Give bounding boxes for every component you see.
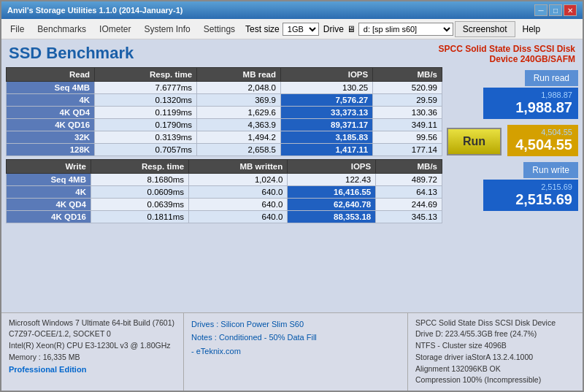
close-button[interactable]: ✕ <box>564 4 577 16</box>
bottom-left-line: Microsoft Windows 7 Ultimate 64-bit Buil… <box>9 318 176 329</box>
write-row-label: 4K <box>7 186 91 199</box>
write-score-box: 2,515.69 2,515.69 <box>483 180 578 211</box>
bottom-center: Drives : Silicon Power Slim S60 Notes : … <box>184 313 407 391</box>
read-mb: 2,048.0 <box>197 82 281 94</box>
menu-file[interactable]: File <box>4 22 30 36</box>
read-mbs: 99.56 <box>373 131 442 144</box>
read-mb: 369.9 <box>197 94 281 107</box>
write-resp-time: 8.1680ms <box>91 174 189 186</box>
read-mbs: 520.99 <box>373 82 442 94</box>
total-score-box: 4,504.55 4,504.55 <box>507 125 578 156</box>
bottom-left-line: Memory : 16,335 MB <box>9 352 176 364</box>
menu-settings[interactable]: Settings <box>198 22 241 36</box>
read-resp-time: 0.1320ms <box>95 94 197 107</box>
read-mb: 4,363.9 <box>197 119 281 131</box>
read-table-row: 32K 0.3139ms 1,494.2 3,185.83 99.56 <box>7 131 442 144</box>
write-row-label: 4K QD16 <box>7 211 91 223</box>
write-iops: 16,416.55 <box>288 186 376 199</box>
main-window: Anvil's Storage Utilities 1.1.0 (2014-Ja… <box>0 0 584 392</box>
read-resp-time: 0.3139ms <box>95 131 197 144</box>
window-controls: ─ □ ✕ <box>534 4 577 16</box>
menu-benchmarks[interactable]: Benchmarks <box>31 22 92 36</box>
write-score-large: 2,515.69 <box>489 191 572 208</box>
device-line1: SPCC Solid State Diss SCSI Disk <box>439 44 575 54</box>
bottom-right-line: Alignment 132096KB OK <box>415 364 575 375</box>
maximize-button[interactable]: □ <box>549 4 562 16</box>
write-mb: 1,024.0 <box>189 174 288 186</box>
read-mbs: 130.36 <box>373 107 442 119</box>
bottom-left-line: C7Z97-OCEE/1.2, SOCKET 0 <box>9 328 176 340</box>
read-row-label: 4K QD4 <box>7 107 95 119</box>
col-mbs-read: MB/s <box>373 68 442 82</box>
read-table-row: 4K QD4 0.1199ms 1,629.6 33,373.13 130.36 <box>7 107 442 119</box>
bottom-right-line: NTFS - Cluster size 4096B <box>415 340 575 352</box>
read-score-box: 1,988.87 1,988.87 <box>483 88 578 119</box>
read-row-label: 128K <box>7 144 95 156</box>
read-row-label: 4K QD16 <box>7 119 95 131</box>
right-panel: Run read 1,988.87 1,988.87 Run 4,504.55 … <box>447 67 578 310</box>
bottom-right-line: SPCC Solid State Diss SCSI Disk Device <box>415 318 575 329</box>
read-resp-time: 7.6777ms <box>95 82 197 94</box>
write-row-label: Seq 4MB <box>7 174 91 186</box>
content-area: SSD Benchmark SPCC Solid State Diss SCSI… <box>1 39 583 312</box>
write-resp-time: 0.0609ms <box>91 186 189 199</box>
menu-bar: File Benchmarks IOmeter System Info Sett… <box>1 19 583 39</box>
device-info: SPCC Solid State Diss SCSI Disk Device 2… <box>439 44 575 64</box>
read-mb: 1,629.6 <box>197 107 281 119</box>
read-resp-time: 0.7057ms <box>95 144 197 156</box>
read-score-block: Run read 1,988.87 1,988.87 <box>447 70 578 119</box>
col-iops-read: IOPS <box>280 68 372 82</box>
write-score-small: 2,515.69 <box>489 182 572 191</box>
bottom-bar: Microsoft Windows 7 Ultimate 64-bit Buil… <box>1 312 583 391</box>
center-line2: Notes : Conditioned - 50% Data Fill <box>191 331 400 345</box>
write-iops: 62,640.78 <box>288 199 376 211</box>
write-table-row: Seq 4MB 8.1680ms 1,024.0 122.43 489.72 <box>7 174 442 186</box>
run-read-button[interactable]: Run read <box>525 70 578 86</box>
ssd-header: SSD Benchmark SPCC Solid State Diss SCSI… <box>1 39 583 67</box>
center-line1: Drives : Silicon Power Slim S60 <box>191 318 400 331</box>
write-table-row: 4K 0.0609ms 640.0 16,416.55 64.13 <box>7 186 442 199</box>
test-size-select[interactable]: 1GB <box>283 23 319 36</box>
read-score-small: 1,988.87 <box>489 91 572 99</box>
read-table-row: 4K QD16 0.1790ms 4,363.9 89,371.17 349.1… <box>7 119 442 131</box>
read-mbs: 29.59 <box>373 94 442 107</box>
drive-select[interactable]: d: [sp slim s60] <box>358 23 453 36</box>
read-mbs: 349.11 <box>373 119 442 131</box>
col-iops-write: IOPS <box>288 160 376 174</box>
professional-edition-label: Professional Edition <box>9 364 176 376</box>
center-line3: - eTeknix.com <box>191 345 400 358</box>
read-table-row: 128K 0.7057ms 2,658.5 1,417.11 177.14 <box>7 144 442 156</box>
read-iops: 1,417.11 <box>280 144 372 156</box>
write-resp-time: 0.1811ms <box>91 211 189 223</box>
read-table-row: 4K 0.1320ms 369.9 7,576.27 29.59 <box>7 94 442 107</box>
main-content: Read Resp. time MB read IOPS MB/s Seq 4M… <box>1 67 583 312</box>
menu-help[interactable]: Help <box>517 22 547 36</box>
run-write-button[interactable]: Run write <box>523 162 578 178</box>
read-resp-time: 0.1199ms <box>95 107 197 119</box>
ssd-title: SSD Benchmark <box>9 44 134 63</box>
screenshot-button[interactable]: Screenshot <box>455 21 515 37</box>
read-iops: 3,185.83 <box>280 131 372 144</box>
total-score-large: 4,504.55 <box>513 137 572 153</box>
bottom-right: SPCC Solid State Diss SCSI Disk DeviceDr… <box>407 313 583 391</box>
col-resp-time-w: Resp. time <box>91 160 189 174</box>
write-mbs: 489.72 <box>376 174 442 186</box>
col-write: Write <box>7 160 91 174</box>
read-row-label: Seq 4MB <box>7 82 95 94</box>
run-button[interactable]: Run <box>447 128 502 155</box>
total-score-small: 4,504.55 <box>513 128 572 137</box>
write-mb: 640.0 <box>189 199 288 211</box>
bottom-left: Microsoft Windows 7 Ultimate 64-bit Buil… <box>1 313 184 391</box>
write-row-label: 4K QD4 <box>7 199 91 211</box>
window-title: Anvil's Storage Utilities 1.1.0 (2014-Ja… <box>7 6 182 15</box>
menu-system-info[interactable]: System Info <box>138 22 196 36</box>
col-mb-read: MB read <box>197 68 281 82</box>
menu-iometer[interactable]: IOmeter <box>93 22 137 36</box>
write-table: Write Resp. time MB written IOPS MB/s Se… <box>6 159 442 223</box>
bottom-right-line: Storage driver iaStorA 13.2.4.1000 <box>415 352 575 364</box>
minimize-button[interactable]: ─ <box>534 4 548 16</box>
write-iops: 88,353.18 <box>288 211 376 223</box>
read-mb: 2,658.5 <box>197 144 281 156</box>
read-row-label: 32K <box>7 131 95 144</box>
write-resp-time: 0.0639ms <box>91 199 189 211</box>
